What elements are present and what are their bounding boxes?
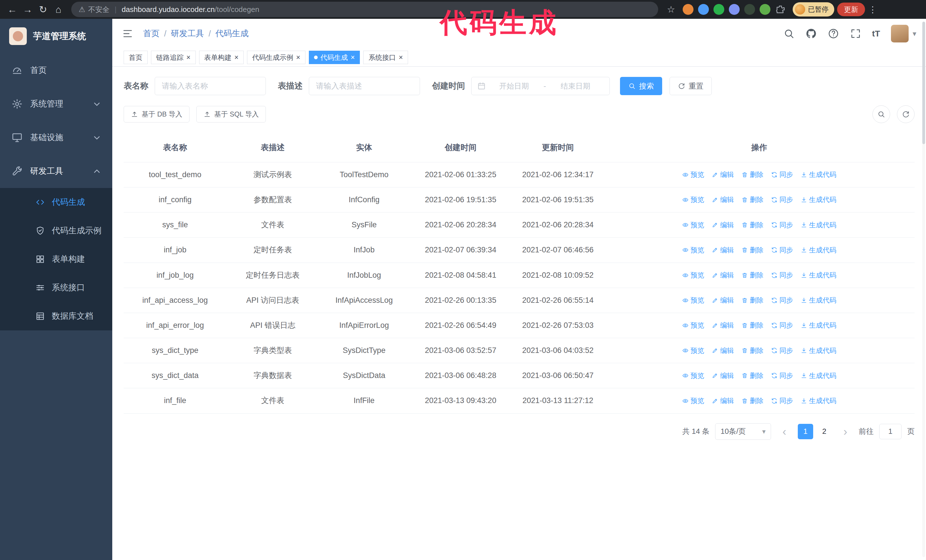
edit-link[interactable]: 编辑: [712, 169, 734, 180]
page-button-1[interactable]: 1: [798, 424, 813, 439]
tab-tracing[interactable]: 链路追踪×: [151, 51, 196, 64]
sync-link[interactable]: 同步: [771, 320, 793, 331]
breadcrumb-item[interactable]: 首页: [143, 28, 160, 39]
close-icon[interactable]: ×: [351, 54, 355, 61]
back-icon[interactable]: ←: [5, 2, 20, 17]
sync-link[interactable]: 同步: [771, 395, 793, 406]
generate-link[interactable]: 生成代码: [800, 345, 837, 356]
sidebar-item-devtools[interactable]: 研发工具: [0, 154, 112, 188]
github-icon[interactable]: [805, 28, 817, 39]
address-bar[interactable]: ⚠ 不安全 | dashboard.yudao.iocoder.cn/tool/…: [71, 2, 658, 17]
delete-link[interactable]: 删除: [741, 270, 764, 281]
delete-link[interactable]: 删除: [741, 245, 764, 255]
caret-down-icon[interactable]: ▾: [912, 29, 916, 38]
check-ext-icon[interactable]: [713, 4, 724, 15]
table-name-input[interactable]: [155, 77, 266, 95]
preview-link[interactable]: 预览: [682, 245, 704, 255]
sync-link[interactable]: 同步: [771, 220, 793, 231]
edit-link[interactable]: 编辑: [712, 295, 734, 306]
sidebar-item-home[interactable]: 首页: [0, 54, 112, 87]
sync-link[interactable]: 同步: [771, 370, 793, 381]
delete-link[interactable]: 删除: [741, 295, 764, 306]
submenu-item-api[interactable]: 系统接口: [0, 273, 112, 302]
edit-link[interactable]: 编辑: [712, 395, 734, 406]
create-time-range-picker[interactable]: 开始日期 - 结束日期: [471, 77, 610, 95]
edit-link[interactable]: 编辑: [712, 345, 734, 356]
search-icon[interactable]: [783, 28, 794, 39]
font-size-icon[interactable]: tT: [872, 28, 880, 39]
preview-link[interactable]: 预览: [682, 194, 704, 205]
page-size-select[interactable]: 10条/页 ▾: [715, 423, 771, 440]
close-icon[interactable]: ×: [235, 54, 239, 61]
puzzle-icon[interactable]: [775, 4, 786, 15]
delete-link[interactable]: 删除: [741, 169, 764, 180]
browser-update-button[interactable]: 更新: [837, 3, 865, 16]
preview-link[interactable]: 预览: [682, 320, 704, 331]
generate-link[interactable]: 生成代码: [800, 220, 837, 231]
sync-link[interactable]: 同步: [771, 345, 793, 356]
generate-link[interactable]: 生成代码: [800, 295, 837, 306]
reload-icon[interactable]: ↻: [35, 2, 51, 17]
tab-api[interactable]: 系统接口×: [363, 51, 408, 64]
generate-link[interactable]: 生成代码: [800, 395, 837, 406]
tab-codegen-example[interactable]: 代码生成示例×: [247, 51, 306, 64]
preview-link[interactable]: 预览: [682, 370, 704, 381]
scrollbar-thumb[interactable]: [922, 22, 925, 144]
edit-link[interactable]: 编辑: [712, 220, 734, 231]
leaf-ext-icon[interactable]: [760, 4, 770, 15]
generate-link[interactable]: 生成代码: [800, 270, 837, 281]
sync-link[interactable]: 同步: [771, 245, 793, 255]
fold-icon[interactable]: [122, 28, 133, 39]
refresh-table-button[interactable]: [897, 106, 915, 123]
bookmark-star-icon[interactable]: ☆: [663, 2, 679, 17]
edit-link[interactable]: 编辑: [712, 270, 734, 281]
forward-icon[interactable]: →: [20, 2, 35, 17]
terminal-ext-icon[interactable]: [744, 4, 755, 15]
edit-link[interactable]: 编辑: [712, 194, 734, 205]
fox-ext-icon[interactable]: [683, 4, 693, 15]
sync-link[interactable]: 同步: [771, 270, 793, 281]
prev-page-button[interactable]: ‹: [777, 424, 792, 439]
preview-link[interactable]: 预览: [682, 169, 704, 180]
submenu-item-codegen-example[interactable]: 代码生成示例: [0, 216, 112, 245]
close-icon[interactable]: ×: [296, 54, 300, 61]
preview-link[interactable]: 预览: [682, 395, 704, 406]
preview-link[interactable]: 预览: [682, 345, 704, 356]
preview-link[interactable]: 预览: [682, 295, 704, 306]
browser-menu-icon[interactable]: ⋮: [865, 2, 881, 17]
edit-link[interactable]: 编辑: [712, 370, 734, 381]
question-icon[interactable]: [828, 28, 839, 39]
delete-link[interactable]: 删除: [741, 345, 764, 356]
home-icon[interactable]: ⌂: [51, 2, 66, 17]
delete-link[interactable]: 删除: [741, 220, 764, 231]
import-db-button[interactable]: 基于 DB 导入: [124, 106, 189, 122]
next-page-button[interactable]: ›: [838, 424, 853, 439]
generate-link[interactable]: 生成代码: [800, 320, 837, 331]
goto-page-input[interactable]: [879, 424, 902, 439]
tab-codegen[interactable]: 代码生成×: [309, 51, 360, 64]
delete-link[interactable]: 删除: [741, 395, 764, 406]
tab-form-builder[interactable]: 表单构建×: [199, 51, 244, 64]
edit-link[interactable]: 编辑: [712, 320, 734, 331]
toggle-search-button[interactable]: [872, 106, 890, 123]
tab-home[interactable]: 首页: [124, 51, 148, 64]
scrollbar[interactable]: [922, 22, 925, 557]
delete-link[interactable]: 删除: [741, 194, 764, 205]
user-avatar[interactable]: [891, 25, 909, 42]
import-sql-button[interactable]: 基于 SQL 导入: [196, 106, 266, 122]
delete-link[interactable]: 删除: [741, 320, 764, 331]
table-desc-input[interactable]: [309, 77, 420, 95]
preview-link[interactable]: 预览: [682, 220, 704, 231]
sidebar-item-infra[interactable]: 基础设施: [0, 121, 112, 154]
search-button[interactable]: 搜索: [620, 77, 662, 95]
generate-link[interactable]: 生成代码: [800, 194, 837, 205]
delete-link[interactable]: 删除: [741, 370, 764, 381]
sidebar-item-system[interactable]: 系统管理: [0, 87, 112, 121]
sync-link[interactable]: 同步: [771, 194, 793, 205]
generate-link[interactable]: 生成代码: [800, 370, 837, 381]
edit-link[interactable]: 编辑: [712, 245, 734, 255]
sync-link[interactable]: 同步: [771, 295, 793, 306]
reset-button[interactable]: 重置: [670, 77, 712, 95]
close-icon[interactable]: ×: [186, 54, 191, 61]
drop-ext-icon[interactable]: [698, 4, 709, 15]
